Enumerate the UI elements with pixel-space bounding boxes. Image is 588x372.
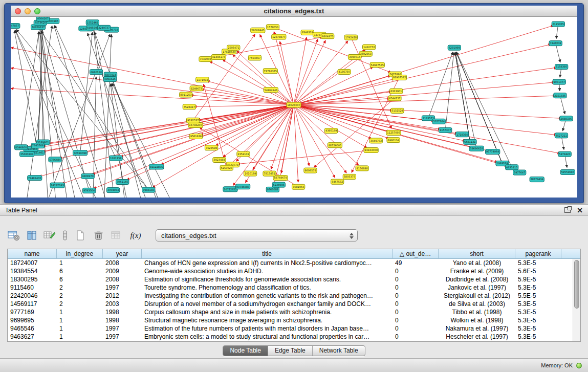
graph-node[interactable]: 12378877: [272, 34, 286, 39]
graph-node[interactable]: 4186750: [338, 69, 351, 74]
graph-node[interactable]: 2488336: [560, 116, 573, 121]
graph-node[interactable]: 93746883: [236, 184, 250, 189]
graph-node[interactable]: 1181158: [110, 156, 122, 161]
graph-node[interactable]: 1742428: [344, 35, 357, 40]
graph-node[interactable]: 81122805: [149, 164, 164, 169]
tab-network-table[interactable]: Network Table: [312, 346, 365, 356]
close-window-button[interactable]: [15, 8, 21, 14]
column-header-title[interactable]: title: [142, 249, 393, 259]
graph-node[interactable]: 28579434: [530, 177, 544, 182]
graph-node[interactable]: 5278423: [558, 151, 571, 157]
table-row[interactable]: 969969511998Structural magnetic resonanc…: [8, 316, 573, 324]
graph-node[interactable]: 8606579: [304, 168, 317, 173]
graph-node[interactable]: 7049003: [199, 57, 212, 62]
graph-node[interactable]: 9292537: [187, 118, 200, 123]
graph-node[interactable]: 7247032: [549, 41, 562, 46]
network-select[interactable]: citations_edges.txt: [156, 229, 358, 242]
network-view-window[interactable]: citations_edges.txt 18724007654425751325…: [4, 3, 584, 203]
graph-node[interactable]: 9743304: [83, 188, 96, 193]
minimize-window-button[interactable]: [25, 8, 31, 14]
table-scrollbar[interactable]: [573, 259, 580, 341]
graph-node[interactable]: 88726005: [328, 143, 342, 148]
graph-node[interactable]: 52699098: [73, 150, 88, 156]
graph-node[interactable]: 6528417: [183, 104, 195, 110]
graph-node[interactable]: 5786484: [49, 157, 61, 162]
graph-node[interactable]: 9971377: [553, 79, 565, 84]
column-header-out_degree[interactable]: △ out_de…: [393, 249, 439, 259]
graph-node[interactable]: 1718394: [455, 132, 468, 137]
graph-node[interactable]: 2151835: [554, 93, 567, 98]
column-header-pagerank[interactable]: pagerank: [515, 249, 561, 259]
graph-node[interactable]: 9561636: [189, 134, 202, 139]
column-header-name[interactable]: name: [8, 249, 57, 259]
graph-node[interactable]: 3047857: [11, 24, 20, 29]
graph-node[interactable]: 8346800: [15, 145, 28, 150]
graph-node[interactable]: 59559687: [560, 169, 575, 174]
graph-node[interactable]: 59690628: [469, 146, 484, 151]
graph-node[interactable]: 6125055: [552, 21, 564, 27]
graph-node[interactable]: 9249673: [190, 86, 203, 91]
graph-node[interactable]: 1171092: [196, 77, 209, 82]
graph-node[interactable]: 6346324: [301, 30, 314, 35]
graph-node[interactable]: 2352101: [237, 151, 250, 157]
graph-node[interactable]: 54264946: [264, 87, 278, 93]
network-graph[interactable]: 1872400765442575132529112570956980134344…: [11, 17, 577, 198]
graph-node[interactable]: 92907582: [392, 75, 406, 80]
graph-node[interactable]: 97774964: [486, 149, 500, 155]
graph-node[interactable]: 54687575: [370, 62, 384, 68]
scrollbar-thumb[interactable]: [574, 260, 579, 309]
graph-node[interactable]: 10722652: [223, 187, 237, 192]
graph-node[interactable]: 3449763: [369, 138, 382, 143]
table-row[interactable]: 2242004622012Investigating the contribut…: [8, 292, 573, 300]
show-columns-button[interactable]: [25, 229, 38, 242]
table-row[interactable]: 946362711997Embryonic stem cells: a mode…: [8, 333, 573, 341]
delete-column-button[interactable]: [92, 229, 105, 242]
table-row[interactable]: 1456911722003Disruption of a novel membe…: [8, 300, 573, 308]
graph-node[interactable]: 1410772: [363, 45, 376, 50]
network-canvas[interactable]: 1872400765442575132529112570956980134344…: [11, 17, 577, 198]
graph-node[interactable]: 6581131: [464, 139, 476, 144]
graph-node[interactable]: 7645766: [31, 143, 44, 148]
window-titlebar[interactable]: citations_edges.txt: [11, 6, 577, 17]
graph-node[interactable]: 1578053: [266, 25, 279, 30]
graph-node[interactable]: 79488402: [28, 176, 42, 181]
graph-node[interactable]: 6604975: [321, 34, 334, 39]
graph-node[interactable]: 5158395: [555, 64, 568, 70]
merge-tables-button[interactable]: [61, 229, 69, 242]
graph-node[interactable]: 8467532: [331, 179, 344, 184]
table-row[interactable]: 946554611997Estimation of the future num…: [8, 324, 573, 333]
graph-node[interactable]: 3249737: [98, 25, 111, 30]
graph-node[interactable]: 1157307: [439, 127, 452, 133]
graph-node[interactable]: 3090716: [348, 54, 361, 59]
graph-node[interactable]: 93163069: [364, 148, 378, 153]
graph-node[interactable]: 5132529: [391, 108, 404, 113]
column-header-in_degree[interactable]: in_degree: [57, 249, 103, 259]
new-column-button[interactable]: [74, 229, 87, 242]
graph-node[interactable]: 5357364: [432, 119, 445, 124]
import-table-button[interactable]: [110, 229, 123, 242]
column-header-year[interactable]: year: [103, 249, 142, 259]
graph-node[interactable]: 7983140: [142, 187, 155, 192]
graph-node[interactable]: 7815451: [263, 171, 276, 176]
graph-node[interactable]: 5257028: [220, 165, 233, 170]
graph-node[interactable]: 16793207: [188, 123, 203, 128]
graph-node[interactable]: 3061145: [116, 180, 129, 185]
graph-node[interactable]: 6544257: [388, 96, 401, 101]
graph-node[interactable]: 5234995: [272, 182, 285, 187]
graph-node[interactable]: 6980134: [387, 138, 400, 143]
graph-node[interactable]: 1010189: [244, 171, 256, 176]
column-header-short[interactable]: short: [439, 249, 515, 259]
graph-node[interactable]: 2505471: [227, 45, 240, 50]
graph-node[interactable]: 3004984: [107, 188, 120, 193]
graph-node[interactable]: 72716375: [263, 69, 277, 74]
graph-node[interactable]: 11257095: [386, 130, 401, 135]
graph-node[interactable]: 1552469: [86, 20, 99, 25]
graph-node[interactable]: 4004167: [36, 17, 49, 21]
table-panel-header[interactable]: Table Panel ✕: [0, 205, 588, 216]
graph-node[interactable]: 18724007: [287, 102, 301, 107]
table-row[interactable]: 911546021997Tourette syndrome. Phenomeno…: [8, 283, 573, 292]
graph-node[interactable]: 24297393: [50, 183, 64, 188]
tab-node-table[interactable]: Node Table: [223, 346, 268, 356]
graph-node[interactable]: 7554567: [248, 55, 261, 60]
function-builder-button[interactable]: f(x): [127, 229, 144, 242]
